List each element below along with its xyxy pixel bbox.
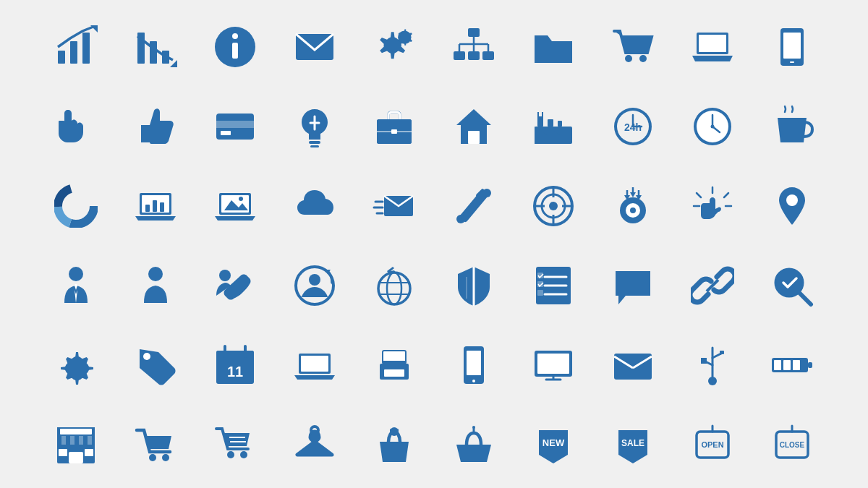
svg-rect-172 — [70, 436, 75, 445]
svg-rect-142 — [301, 356, 328, 372]
trending-down-chart-icon — [116, 7, 195, 87]
profile-circle-icon — [275, 246, 354, 325]
svg-point-84 — [482, 189, 491, 197]
cloud-icon — [275, 166, 354, 246]
svg-rect-177 — [85, 449, 93, 456]
open-sign-icon: OPEN — [673, 405, 752, 484]
monitor-icon — [514, 325, 593, 405]
svg-rect-29 — [783, 33, 801, 59]
svg-rect-155 — [614, 354, 652, 380]
svg-rect-152 — [537, 354, 569, 374]
click-pointer-icon — [673, 166, 752, 246]
svg-rect-35 — [221, 131, 231, 135]
svg-point-180 — [149, 454, 156, 461]
laptop2-icon — [275, 325, 354, 405]
svg-rect-27 — [699, 35, 726, 52]
calendar-icon: 11 — [195, 325, 275, 405]
svg-point-25 — [639, 55, 647, 62]
svg-rect-51 — [537, 112, 539, 118]
svg-text:NEW: NEW — [542, 437, 565, 448]
svg-text:CLOSE: CLOSE — [780, 441, 805, 449]
svg-rect-146 — [384, 367, 388, 369]
lightbulb-icon — [275, 87, 354, 166]
new-tag-icon: NEW — [514, 405, 593, 484]
svg-rect-166 — [774, 360, 781, 370]
svg-rect-137 — [216, 356, 254, 361]
svg-rect-149 — [467, 351, 481, 375]
factory-icon — [514, 87, 593, 166]
svg-point-111 — [219, 270, 231, 281]
phone-person-icon — [195, 246, 275, 325]
svg-rect-0 — [58, 51, 65, 64]
svg-text:OPEN: OPEN — [701, 440, 723, 449]
svg-point-187 — [390, 427, 399, 436]
cart-list-icon — [195, 405, 275, 484]
svg-point-94 — [630, 207, 636, 213]
close-sign-icon: CLOSE — [752, 405, 832, 484]
sale-tag-icon: SALE — [593, 405, 673, 484]
icon-grid: 24h — [22, 0, 846, 488]
bar-chart-laptop-icon — [116, 166, 195, 246]
mobile-phone-icon — [434, 325, 514, 405]
fast-email-icon — [354, 166, 434, 246]
printer-icon — [354, 325, 434, 405]
svg-rect-15 — [468, 28, 480, 37]
tablet-icon — [752, 7, 832, 87]
svg-rect-21 — [454, 51, 465, 60]
svg-rect-161 — [720, 351, 724, 354]
home-icon — [434, 87, 514, 166]
email-envelope-icon — [275, 7, 354, 87]
target-download-icon — [593, 166, 673, 246]
svg-rect-10 — [232, 43, 238, 59]
svg-point-106 — [786, 194, 798, 206]
laptop-icon — [673, 7, 752, 87]
svg-rect-37 — [310, 145, 319, 147]
svg-rect-50 — [558, 121, 562, 127]
svg-rect-70 — [153, 200, 157, 212]
svg-rect-71 — [160, 202, 164, 212]
svg-line-103 — [697, 193, 701, 197]
svg-point-113 — [309, 274, 320, 286]
settings-gear-icon — [354, 7, 434, 87]
svg-rect-52 — [542, 112, 543, 118]
svg-rect-49 — [548, 119, 553, 127]
globe-plane-icon — [354, 246, 434, 325]
purse-icon — [354, 405, 434, 484]
shopping-cart-icon — [593, 7, 673, 87]
svg-point-159 — [708, 377, 717, 385]
svg-rect-179 — [60, 429, 92, 435]
svg-rect-127 — [537, 290, 543, 296]
svg-rect-175 — [69, 452, 83, 463]
tools-icon — [434, 166, 514, 246]
svg-marker-3 — [90, 25, 98, 33]
person-icon — [116, 246, 195, 325]
svg-rect-171 — [61, 436, 66, 445]
svg-rect-36 — [309, 141, 320, 144]
svg-point-150 — [472, 380, 475, 382]
checklist-icon — [514, 246, 593, 325]
svg-text:11: 11 — [227, 364, 243, 380]
svg-point-107 — [69, 267, 83, 281]
svg-text:SALE: SALE — [621, 438, 644, 448]
store-icon — [36, 405, 116, 484]
svg-rect-23 — [482, 51, 494, 60]
image-laptop-icon — [195, 166, 275, 246]
svg-rect-144 — [384, 369, 404, 377]
svg-rect-2 — [82, 33, 90, 64]
pie-chart-icon — [36, 166, 116, 246]
24h-clock-icon: 24h — [593, 87, 673, 166]
svg-rect-168 — [793, 360, 800, 370]
svg-marker-98 — [630, 192, 636, 197]
folder-icon — [514, 7, 593, 87]
svg-rect-32 — [59, 121, 64, 125]
svg-rect-69 — [145, 205, 150, 212]
svg-rect-167 — [783, 360, 791, 370]
usb-icon — [673, 325, 752, 405]
svg-point-115 — [378, 273, 410, 304]
svg-rect-165 — [808, 362, 812, 368]
svg-rect-174 — [88, 436, 92, 445]
target-crosshair-icon — [514, 166, 593, 246]
svg-point-116 — [387, 273, 401, 304]
svg-point-183 — [240, 451, 247, 458]
svg-rect-173 — [79, 436, 83, 445]
